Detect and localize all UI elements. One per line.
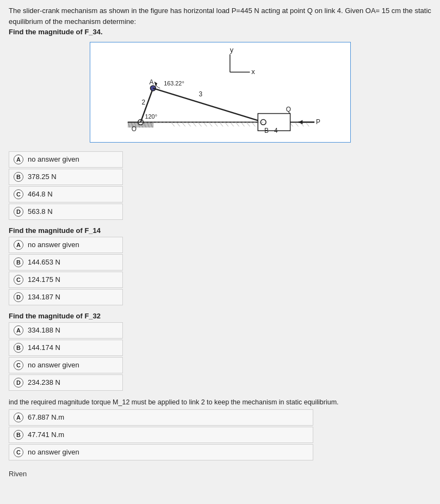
torque-option-a-text: 67.887 N.m	[28, 413, 64, 421]
f34-option-c-circle: C	[14, 189, 23, 199]
f34-option-d-circle: D	[14, 207, 23, 217]
intro-bold: Find the magnitude of F_34.	[9, 28, 103, 36]
torque-option-b[interactable]: B 47.741 N.m	[9, 427, 313, 443]
torque-option-a[interactable]: A 67.887 N.m	[9, 409, 313, 426]
svg-text:120°: 120°	[145, 113, 157, 120]
f34-option-d[interactable]: D 563.8 N	[9, 204, 123, 220]
f14-option-b-text: 144.653 N	[28, 258, 60, 266]
f34-option-a-circle: A	[14, 155, 23, 164]
f32-option-a-text: 334.188 N	[28, 326, 60, 334]
f14-option-a-circle: A	[14, 240, 23, 250]
f34-option-b-text: 378.25 N	[28, 173, 57, 181]
y-axis-label: y	[230, 45, 233, 53]
torque-label-text: ind the required magnitude torque M_12 m…	[9, 398, 339, 406]
f14-option-d-circle: D	[14, 292, 23, 302]
f14-option-d[interactable]: D 134.187 N	[9, 289, 123, 305]
svg-text:4: 4	[274, 127, 277, 134]
f34-option-d-text: 563.8 N	[28, 207, 53, 216]
svg-text:2: 2	[141, 98, 145, 106]
f32-option-a[interactable]: A 334.188 N	[9, 322, 123, 339]
f14-option-b[interactable]: B 144.653 N	[9, 254, 123, 271]
torque-option-b-circle: B	[14, 430, 23, 440]
f32-options-list: A 334.188 N B 144.174 N C no answer give…	[9, 322, 123, 391]
svg-text:A: A	[149, 78, 153, 86]
mechanism-diagram: y x O 2 A	[90, 42, 350, 142]
torque-option-c[interactable]: C no answer given	[9, 444, 313, 460]
f34-option-c-text: 464.8 N	[28, 190, 53, 198]
intro-paragraph: The slider-crank mechanism as shown in t…	[9, 7, 431, 26]
f14-option-b-circle: B	[14, 257, 23, 267]
f14-options-list: A no answer given B 144.653 N C 124.175 …	[9, 237, 123, 305]
f14-question-label: Find the magnitude of F_14	[9, 226, 431, 235]
f34-option-b-circle: B	[14, 172, 23, 182]
svg-text:3: 3	[199, 90, 202, 97]
torque-option-c-text: no answer given	[28, 448, 79, 456]
f32-option-a-circle: A	[14, 325, 23, 335]
page: The slider-crank mechanism as shown in t…	[0, 0, 440, 483]
f14-option-a-text: no answer given	[28, 241, 79, 249]
torque-option-b-text: 47.741 N.m	[28, 431, 64, 439]
f32-question-label: Find the magnitude of F_32	[9, 312, 431, 320]
f14-option-c[interactable]: C 124.175 N	[9, 272, 123, 288]
f14-option-c-text: 124.175 N	[28, 275, 60, 284]
f34-option-b[interactable]: B 378.25 N	[9, 169, 123, 185]
f32-option-b-text: 144.174 N	[28, 343, 60, 352]
f14-option-d-text: 134.187 N	[28, 293, 60, 301]
f32-option-c-circle: C	[14, 360, 23, 370]
f34-options-list: A no answer given B 378.25 N C 464.8 N D…	[9, 151, 123, 220]
svg-text:x: x	[251, 67, 255, 76]
f34-option-a-text: no answer given	[28, 155, 79, 163]
torque-options-list: A 67.887 N.m B 47.741 N.m C no answer gi…	[9, 409, 313, 460]
diagram-container: y x O 2 A	[90, 42, 351, 143]
footer-area: Riven	[9, 469, 431, 478]
svg-text:163.22°: 163.22°	[164, 80, 184, 87]
f32-option-d[interactable]: D 234.238 N	[9, 374, 123, 391]
torque-option-c-circle: C	[14, 447, 23, 457]
footer-riven-label: Riven	[9, 470, 27, 478]
f34-option-a[interactable]: A no answer given	[9, 151, 123, 168]
f32-option-d-circle: D	[14, 378, 23, 388]
svg-text:Q: Q	[286, 105, 290, 113]
f32-option-c[interactable]: C no answer given	[9, 357, 123, 373]
svg-text:B: B	[264, 127, 269, 134]
f32-option-b-circle: B	[14, 343, 23, 353]
f34-option-c[interactable]: C 464.8 N	[9, 186, 123, 202]
f32-option-c-text: no answer given	[28, 361, 79, 369]
svg-text:P: P	[316, 118, 320, 126]
f32-option-b[interactable]: B 144.174 N	[9, 340, 123, 356]
intro-text: The slider-crank mechanism as shown in t…	[9, 5, 431, 38]
f14-option-a[interactable]: A no answer given	[9, 237, 123, 253]
f32-option-d-text: 234.238 N	[28, 378, 60, 386]
torque-intro-text: ind the required magnitude torque M_12 m…	[9, 398, 431, 406]
torque-option-a-circle: A	[14, 413, 23, 422]
f14-option-c-circle: C	[14, 275, 23, 285]
